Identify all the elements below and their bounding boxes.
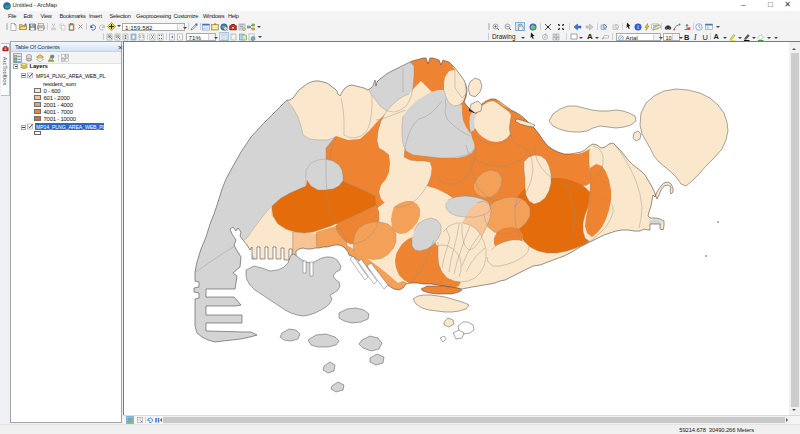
svg-text:1:1: 1:1 [139,35,144,39]
